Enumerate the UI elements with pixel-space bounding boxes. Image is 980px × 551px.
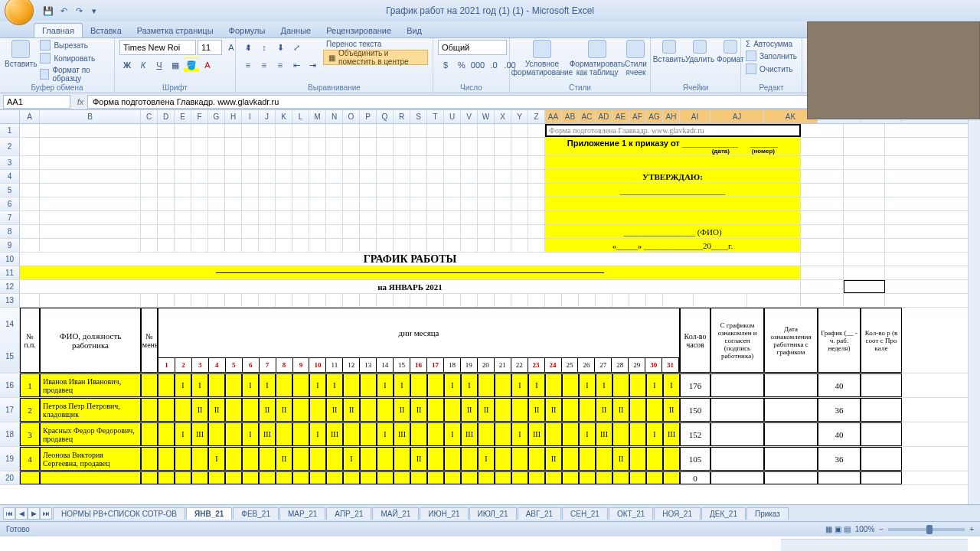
delete-cells-button[interactable]: Удалить [686, 40, 714, 64]
percent-button[interactable]: % [454, 57, 469, 73]
redo-icon[interactable]: ↷ [72, 4, 86, 18]
border-button[interactable]: ▦ [168, 57, 183, 73]
group-alignment: ⬆ ↕ ⬇ ⤢ ≡ ≡ ≡ ⇤ ⇥ Перенос текста ▦Объеди… [236, 38, 433, 93]
sheet-tab[interactable]: ИЮН_21 [420, 507, 468, 520]
bold-button[interactable]: Ж [119, 57, 135, 73]
group-number: $ % 000 .0 .00 Число [433, 38, 510, 93]
name-box[interactable] [3, 95, 70, 109]
autosum-button[interactable]: ΣАвтосумма [746, 40, 797, 48]
webcam-overlay [807, 21, 980, 119]
ribbon-tab-3[interactable]: Формулы [221, 24, 273, 37]
wrap-text-button[interactable]: Перенос текста [323, 40, 428, 48]
orientation[interactable]: ⤢ [289, 40, 304, 55]
group-font: A A Ж К Ч ▦ 🪣 A Шрифт [115, 38, 236, 93]
worksheet-grid[interactable]: ABCDEFGHIJKLMNOPQRSTUVWXYZAAABACADAEAFAG… [0, 110, 980, 504]
fx-icon[interactable]: fx [74, 97, 87, 106]
align-center[interactable]: ≡ [256, 57, 272, 73]
ribbon-tab-2[interactable]: Разметка страницы [129, 24, 221, 37]
font-color-button[interactable]: A [200, 57, 215, 73]
undo-icon[interactable]: ↶ [57, 4, 70, 18]
horizontal-scrollbar[interactable] [781, 539, 968, 551]
sheet-tab-bar: ⏮ ◀ ▶ ⏭ НОРМЫ РВ+СПИСОК СОТР-ОВЯНВ_21ФЕВ… [0, 504, 980, 521]
sheet-tab[interactable]: ФЕВ_21 [233, 507, 279, 520]
save-icon[interactable]: 💾 [41, 4, 55, 18]
clear-button[interactable]: Очистить [746, 64, 797, 74]
ribbon-tab-5[interactable]: Рецензирование [318, 24, 399, 37]
inc-decimal[interactable]: .0 [486, 57, 501, 73]
copy-button[interactable]: Копировать [40, 53, 109, 64]
align-left[interactable]: ≡ [240, 57, 256, 73]
currency-button[interactable]: $ [438, 57, 453, 73]
cut-button[interactable]: Вырезать [40, 40, 109, 51]
sheet-tab[interactable]: ИЮЛ_21 [469, 507, 517, 520]
cell-styles-button[interactable]: Стили ячеек [625, 40, 647, 77]
sheet-tab[interactable]: СЕН_21 [562, 507, 608, 520]
fill-color-button[interactable]: 🪣 [184, 57, 199, 73]
zoom-out[interactable]: − [879, 525, 884, 533]
sheet-tab[interactable]: НОЯ_21 [654, 507, 701, 520]
sheet-tab[interactable]: НОРМЫ РВ+СПИСОК СОТР-ОВ [53, 507, 185, 520]
align-right[interactable]: ≡ [273, 57, 288, 73]
vertical-scrollbar[interactable] [968, 110, 980, 504]
paste-button[interactable]: Вставить [5, 40, 37, 68]
number-format-select[interactable] [438, 40, 507, 55]
align-middle[interactable]: ↕ [256, 40, 272, 55]
sheet-tab[interactable]: ДЕК_21 [701, 507, 746, 520]
format-table-button[interactable]: Форматировать как таблицу [573, 40, 622, 77]
quick-access-toolbar: 💾 ↶ ↷ ▾ [41, 4, 101, 18]
ribbon-tab-1[interactable]: Вставка [83, 24, 129, 37]
window-title: График работ на 2021 год (1) (1) - Micro… [386, 5, 594, 16]
qat-dropdown[interactable]: ▾ [87, 4, 101, 18]
group-styles: Условное форматирование Форматировать ка… [510, 38, 651, 93]
zoom-slider[interactable] [888, 528, 965, 531]
status-ready: Готово [6, 525, 30, 533]
sheet-nav-first[interactable]: ⏮ [3, 507, 15, 520]
sheet-tab[interactable]: МАР_21 [279, 507, 325, 520]
sheet-nav-last[interactable]: ⏭ [40, 507, 52, 520]
sheet-tab[interactable]: Приказ [746, 507, 789, 520]
underline-button[interactable]: Ч [152, 57, 167, 73]
sheet-tab[interactable]: АВГ_21 [518, 507, 561, 520]
sheet-tab[interactable]: АПР_21 [326, 507, 371, 520]
status-bar: Готово ▦ ▣ ▤ 100% − + [0, 521, 980, 536]
sheet-tab[interactable]: ЯНВ_21 [186, 507, 232, 520]
sheet-tab[interactable]: МАЙ_21 [372, 507, 419, 520]
zoom-level: 100% [855, 525, 875, 533]
merge-center-button[interactable]: ▦Объединить и поместить в центре [323, 50, 428, 65]
group-editing: ΣАвтосумма Заполнить Очистить Редакт [741, 38, 802, 93]
ribbon-tab-0[interactable]: Главная [34, 23, 83, 37]
align-bottom[interactable]: ⬇ [273, 40, 288, 55]
view-buttons[interactable]: ▦ ▣ ▤ [825, 525, 851, 533]
format-painter-button[interactable]: Формат по образцу [40, 66, 109, 83]
group-clipboard: Вставить Вырезать Копировать Формат по о… [0, 38, 115, 93]
italic-button[interactable]: К [136, 57, 151, 73]
sheet-nav-next[interactable]: ▶ [28, 507, 40, 520]
insert-cells-button[interactable]: Вставить [655, 40, 683, 64]
font-size-input[interactable] [198, 40, 222, 55]
sheet-tab[interactable]: ОКТ_21 [609, 507, 653, 520]
title-bar: 💾 ↶ ↷ ▾ График работ на 2021 год (1) (1)… [0, 0, 980, 21]
comma-button[interactable]: 000 [470, 57, 485, 73]
format-cells-button[interactable]: Формат [717, 40, 744, 64]
ribbon-tab-6[interactable]: Вид [399, 24, 430, 37]
ribbon-tab-4[interactable]: Данные [273, 24, 318, 37]
group-cells: Вставить Удалить Формат Ячейки [651, 38, 741, 93]
conditional-format-button[interactable]: Условное форматирование [514, 40, 570, 77]
sheet-nav-prev[interactable]: ◀ [15, 507, 28, 520]
font-name-input[interactable] [119, 40, 196, 55]
align-top[interactable]: ⬆ [240, 40, 256, 55]
indent-inc[interactable]: ⇥ [305, 57, 320, 73]
fill-button[interactable]: Заполнить [746, 51, 797, 61]
indent-dec[interactable]: ⇤ [289, 57, 304, 73]
zoom-in[interactable]: + [969, 525, 974, 533]
